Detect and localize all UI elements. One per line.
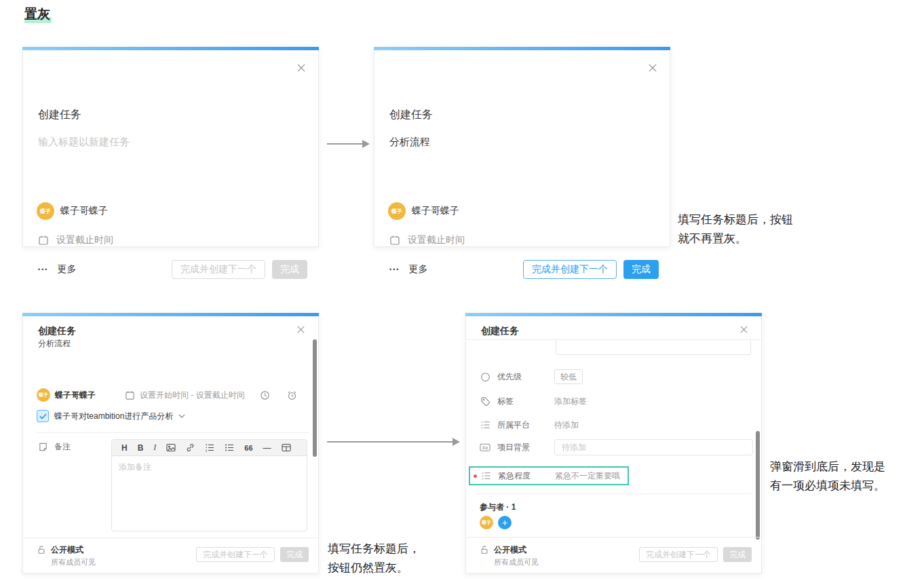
close-icon[interactable] xyxy=(648,63,657,73)
date-range-field[interactable]: 设置开始时间 - 设置截止时间 xyxy=(140,390,245,401)
svg-text:Aa: Aa xyxy=(482,445,488,450)
privacy-mode-sub: 所有成员可见 xyxy=(494,557,539,567)
divider xyxy=(476,493,752,494)
privacy-mode-label[interactable]: 公开模式 xyxy=(494,544,526,556)
heading-button[interactable]: H xyxy=(121,443,128,453)
create-task-dialog-empty: 创建任务 输入标题以新建任务 蝶子 蝶子哥蝶子 设置截止时间 ••• 更多 完成… xyxy=(22,47,319,247)
calendar-icon xyxy=(38,235,49,246)
checklist-icon xyxy=(480,420,490,430)
platform-field[interactable]: 待添加 xyxy=(554,419,579,431)
create-next-button[interactable]: 完成并创建下一个 xyxy=(196,547,275,562)
subtask-checkbox[interactable] xyxy=(37,410,49,422)
create-next-button[interactable]: 完成并创建下一个 xyxy=(172,260,265,279)
alarm-icon[interactable] xyxy=(287,390,297,400)
page-title: 置灰 xyxy=(24,5,52,23)
bold-button[interactable]: B xyxy=(138,443,144,453)
subtask-label: 蝶子哥对teambition进行产品分析 xyxy=(54,411,173,422)
privacy-mode-sub: 所有成员可见 xyxy=(51,557,96,567)
task-title-input[interactable]: 输入标题以新建任务 xyxy=(38,136,130,149)
dialog-accent-bar xyxy=(22,313,319,316)
avatar[interactable]: 蝶子 xyxy=(388,202,406,220)
bullet-list-button[interactable] xyxy=(225,443,234,452)
editor-toolbar: H B I 66 — xyxy=(112,440,307,456)
assignee-name: 蝶子哥蝶子 xyxy=(412,205,459,217)
privacy-mode-label[interactable]: 公开模式 xyxy=(51,544,83,556)
close-icon[interactable] xyxy=(739,325,749,335)
note-editor: H B I 66 — xyxy=(111,439,307,531)
more-icon: ••• xyxy=(38,266,48,273)
due-date-field[interactable]: 设置截止时间 xyxy=(408,234,465,246)
avatar[interactable]: 蝶子 xyxy=(37,202,54,220)
divider xyxy=(37,432,309,433)
quote-button[interactable]: 66 xyxy=(244,444,252,452)
close-icon[interactable] xyxy=(296,325,306,335)
urgency-row-highlight: 紧急程度 紧急不一定重要哦 xyxy=(469,466,629,485)
priority-chip[interactable]: 较低 xyxy=(554,369,583,384)
dialog-accent-bar xyxy=(465,313,762,316)
add-participant-button[interactable]: + xyxy=(498,516,512,529)
create-task-dialog-scrolled: 创建任务 优先级 较低 标签 添加标签 所 xyxy=(465,313,762,574)
create-task-dialog-expanded: 创建任务 创建任务 分析流程 蝶子 蝶子哥蝶子 设置开始时间 - 设置截止时间 xyxy=(22,313,319,574)
note-icon xyxy=(38,442,48,452)
chevron-down-icon[interactable] xyxy=(178,414,185,418)
urgency-field[interactable]: 紧急不一定重要哦 xyxy=(555,470,620,482)
create-task-dialog-filled: 创建任务 分析流程 蝶子 蝶子哥蝶子 设置截止时间 ••• 更多 完成并创建下一… xyxy=(374,47,670,247)
dialog-title: 创建任务 xyxy=(481,325,519,336)
dialog-title: 创建任务 xyxy=(38,108,81,122)
create-next-button[interactable]: 完成并创建下一个 xyxy=(639,547,718,562)
note-label: 备注 xyxy=(54,441,71,453)
italic-button[interactable]: I xyxy=(153,443,156,453)
dialog-accent-bar xyxy=(374,47,670,50)
task-title-value: 分析流程 xyxy=(38,338,71,350)
more-button[interactable]: 更多 xyxy=(57,263,76,276)
create-next-button[interactable]: 完成并创建下一个 xyxy=(523,260,617,279)
page: 置灰 创建任务 输入标题以新建任务 蝶子 蝶子哥蝶子 设置截止时间 ••• 更多… xyxy=(0,0,924,581)
priority-circle-icon xyxy=(480,372,490,382)
more-icon: ••• xyxy=(389,266,400,273)
dialog-title: 创建任务 xyxy=(389,108,433,122)
task-title-input[interactable]: 分析流程 xyxy=(389,136,430,149)
add-tag-field[interactable]: 添加标签 xyxy=(554,396,587,407)
project-background-row: Aa 项目背景 待添加 xyxy=(480,439,753,455)
urgency-label: 紧急程度 xyxy=(498,470,555,482)
annotation-not-grayed: 填写任务标题后，按钮 就不再置灰。 xyxy=(678,210,793,248)
participants-label: 参与者 · 1 xyxy=(480,502,516,513)
avatar[interactable]: 蝶子 xyxy=(37,388,50,402)
text-field-icon: Aa xyxy=(480,443,490,452)
annotation-required-missing: 弹窗滑到底后，发现是 有一项必填项未填写。 xyxy=(770,457,885,495)
divider xyxy=(23,538,318,538)
table-button[interactable] xyxy=(282,443,291,452)
participant-avatar[interactable]: 蝶子 xyxy=(480,516,493,529)
checklist-icon xyxy=(481,471,491,481)
assignee-name: 蝶子哥蝶子 xyxy=(60,205,108,217)
tag-icon xyxy=(480,396,490,407)
done-button[interactable]: 完成 xyxy=(623,260,659,279)
note-input[interactable]: 添加备注 xyxy=(112,456,307,531)
project-background-input[interactable]: 待添加 xyxy=(554,439,753,455)
due-date-field[interactable]: 设置截止时间 xyxy=(56,234,113,246)
lock-icon xyxy=(37,545,46,555)
scrollbar-thumb[interactable] xyxy=(756,431,760,540)
horizontal-rule-button[interactable]: — xyxy=(263,443,271,453)
calendar-icon xyxy=(389,235,400,246)
scrollbar-thumb[interactable] xyxy=(313,339,317,457)
dialog-accent-bar xyxy=(22,47,319,50)
done-button[interactable]: 完成 xyxy=(723,547,752,562)
image-button[interactable] xyxy=(166,443,176,452)
priority-row: 优先级 较低 xyxy=(480,369,753,385)
platform-row: 所属平台 待添加 xyxy=(480,417,753,433)
note-input-clipped[interactable] xyxy=(556,339,751,355)
dialog-title: 创建任务 xyxy=(38,325,76,336)
required-dot-icon xyxy=(474,474,477,478)
close-icon[interactable] xyxy=(296,63,306,73)
tags-row: 标签 添加标签 xyxy=(480,393,753,409)
link-button[interactable] xyxy=(186,443,195,452)
clock-icon[interactable] xyxy=(260,390,270,400)
assignee-name: 蝶子哥蝶子 xyxy=(55,390,96,401)
arrow-right-icon xyxy=(327,143,363,145)
more-button[interactable]: 更多 xyxy=(408,263,427,276)
arrow-right-icon xyxy=(327,441,453,443)
done-button[interactable]: 完成 xyxy=(272,260,307,279)
ordered-list-button[interactable] xyxy=(205,443,214,452)
done-button[interactable]: 完成 xyxy=(280,547,309,562)
